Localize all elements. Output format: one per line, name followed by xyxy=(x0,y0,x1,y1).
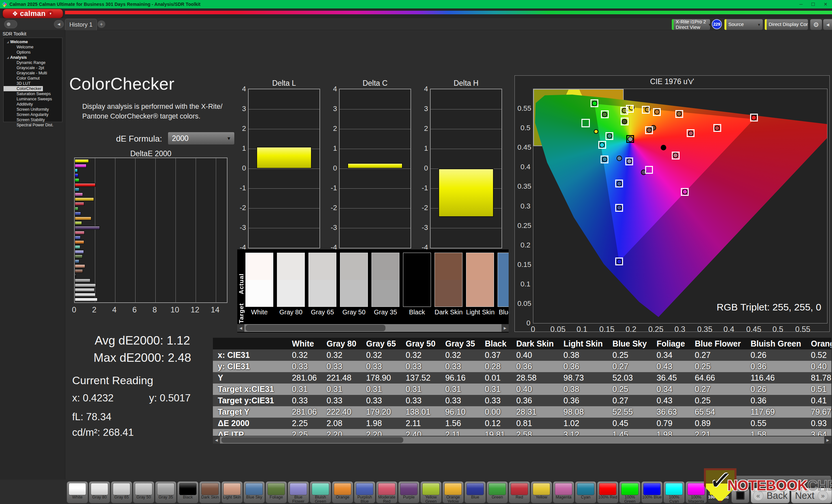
patch-button-100-green[interactable]: 100% Green xyxy=(619,481,641,503)
cell-gray-35-e-2000: 1.56 xyxy=(440,418,480,429)
patch-button-dark-skin[interactable]: Dark Skin xyxy=(199,481,221,503)
patch-button-foliage[interactable]: Foliage xyxy=(265,481,287,503)
stop-icon xyxy=(736,491,745,500)
table-scrollbar[interactable]: ◀ ▶ xyxy=(213,437,831,444)
patch-button-purplish-blue[interactable]: Purplish Blue xyxy=(354,481,375,503)
patch-button-gray-35[interactable]: Gray 35 xyxy=(155,481,177,503)
axis-tick-label: 0 xyxy=(324,164,337,172)
table-scrollbar-thumb[interactable] xyxy=(221,437,403,443)
patch-button-blue-flower[interactable]: Blue Flower xyxy=(288,481,309,503)
sidebar-item-options[interactable]: Options xyxy=(4,50,62,55)
patch-color xyxy=(511,483,528,495)
patch-button-blue-sky[interactable]: Blue Sky xyxy=(243,481,265,503)
sidebar-item-screen-angularity[interactable]: Screen Angularity xyxy=(4,112,62,117)
patch-button-gray-65[interactable]: Gray 65 xyxy=(111,481,132,503)
col-header-gray-80: Gray 80 xyxy=(322,338,361,349)
patch-button-yellow[interactable]: Yellow xyxy=(531,481,552,503)
sidebar-item-grayscale-2pt[interactable]: Grayscale - 2pt xyxy=(4,65,62,71)
tab-history-1[interactable]: History 1 xyxy=(65,19,97,30)
meter-count-badge[interactable]: 229 xyxy=(712,19,722,29)
deltae-bar-magenta xyxy=(75,193,83,196)
sidebar-group-analysis[interactable]: ◢Analysis xyxy=(4,55,62,60)
sidebar-item-color-gamut[interactable]: Color Gamut xyxy=(4,76,62,81)
scroll-left-icon[interactable]: ◀ xyxy=(237,324,244,332)
sidebar-item-colorchecker[interactable]: ColorChecker xyxy=(4,86,43,91)
sidebar-item-saturation-sweeps[interactable]: Saturation Sweeps xyxy=(4,91,62,96)
row-label: y: CIE31 xyxy=(213,361,287,372)
patch-button-moderate-red[interactable]: Moderate Red xyxy=(376,481,397,503)
cell-orange-target-y-cie31: 0.41 xyxy=(806,395,831,406)
gridline xyxy=(340,109,411,109)
scroll-left-icon[interactable]: ◀ xyxy=(213,437,220,444)
patch-button-red[interactable]: Red xyxy=(509,481,530,503)
hidden-controls-row[interactable] xyxy=(714,475,831,487)
back-button[interactable]: « Back xyxy=(751,488,790,503)
patch-button-purple[interactable]: Purple xyxy=(398,481,420,503)
de-formula-select[interactable]: 2000 ▼ xyxy=(168,132,235,145)
cie-measured-point xyxy=(688,131,694,136)
sidebar-collapse-button[interactable]: ◀ xyxy=(54,20,64,28)
scroll-right-icon[interactable]: ▶ xyxy=(824,437,831,444)
patch-button-orange-yellow[interactable]: Orange Yellow xyxy=(442,481,464,503)
meter-dropdown[interactable]: X-Rite i1Pro 2 Direct View ▼ xyxy=(672,19,710,30)
sidebar-item-dynamic-range[interactable]: Dynamic Range xyxy=(4,60,62,65)
swatch-actual xyxy=(466,253,494,280)
sidebar-group-welcome[interactable]: ◢Welcome xyxy=(4,39,62,45)
patch-selection-bar: WhiteGray 80Gray 65Gray 50Gray 35BlackDa… xyxy=(0,480,832,504)
swatch-scrollbar[interactable]: ◀ ▶ xyxy=(237,324,509,332)
sidebar-item-grayscale-multi[interactable]: Grayscale - Multi xyxy=(4,71,62,76)
sidebar-options-button[interactable] xyxy=(4,20,17,28)
patch-button-100-cyan[interactable]: 100% Cyan xyxy=(663,481,685,503)
minimize-icon[interactable]: ─ xyxy=(800,2,803,7)
cell-black-target-y-cie31: 0.33 xyxy=(480,395,512,406)
cell-black-target-x-cie31: 0.31 xyxy=(480,384,512,395)
cell-black-target-y: 0.00 xyxy=(480,406,512,418)
patch-button-gray-80[interactable]: Gray 80 xyxy=(89,481,110,503)
cell-white-x-cie31: 0.32 xyxy=(287,349,321,361)
swatch-scrollbar-thumb[interactable] xyxy=(246,325,386,331)
close-icon[interactable]: ✕ xyxy=(824,2,828,7)
next-button[interactable]: Next » xyxy=(791,488,832,503)
panel-collapse-button[interactable]: ◀ xyxy=(823,19,832,30)
cell-foliage-e-itp: 1.98 xyxy=(652,429,690,436)
sidebar-item-luminance-sweeps[interactable]: Luminance Sweeps xyxy=(4,96,62,102)
sidebar-item-3d-lut[interactable]: 3D LUT xyxy=(4,81,62,86)
cell-white-e-2000: 2.25 xyxy=(287,418,321,429)
sidebar-item-screen-stability[interactable]: Screen Stability xyxy=(4,117,62,122)
col-header-foliage: Foliage xyxy=(652,338,690,349)
patch-button-100-red[interactable]: 100% Red xyxy=(597,481,619,503)
tree-expander-icon[interactable]: ◢ xyxy=(7,56,9,59)
cie-measured-point xyxy=(661,145,666,150)
tree-expander-icon[interactable]: ◢ xyxy=(7,40,9,44)
patch-button-light-skin[interactable]: Light Skin xyxy=(221,481,243,503)
patch-button-cyan[interactable]: Cyan xyxy=(575,481,596,503)
cell-bluish-green-target-y-cie31: 0.36 xyxy=(746,395,806,406)
patch-button-green[interactable]: Green xyxy=(487,481,508,503)
sidebar-item-spectral-power-dist[interactable]: Spectral Power Dist. xyxy=(4,122,62,128)
add-tab-button[interactable]: + xyxy=(98,21,105,28)
maximize-icon[interactable]: ☐ xyxy=(811,2,815,7)
patch-button-yellow-green[interactable]: Yellow Green xyxy=(420,481,442,503)
sidebar-item-screen-uniformity[interactable]: Screen Uniformity xyxy=(4,107,62,112)
patch-button-orange[interactable]: Orange xyxy=(332,481,353,503)
patch-button-white[interactable]: White xyxy=(67,481,88,503)
patch-button-gray-50[interactable]: Gray 50 xyxy=(133,481,154,503)
stop-button[interactable] xyxy=(731,488,750,503)
patch-button-blue[interactable]: Blue xyxy=(464,481,486,503)
display-control-dropdown[interactable]: Direct Display Control ▼ xyxy=(764,19,808,30)
settings-button[interactable]: ⚙ xyxy=(810,19,822,30)
patch-button-magenta[interactable]: Magenta xyxy=(553,481,574,503)
patch-button-bluish-green[interactable]: Bluish Green xyxy=(310,481,331,503)
sidebar-item-additivity[interactable]: Additivity xyxy=(4,102,62,107)
gridline xyxy=(431,129,501,129)
calman-menu-button[interactable]: ❖ calman ▼ xyxy=(3,9,63,18)
patch-button-black[interactable]: Black xyxy=(177,481,199,503)
scroll-right-icon[interactable]: ▶ xyxy=(501,324,509,332)
sidebar-item-welcome[interactable]: Welcome xyxy=(4,45,62,50)
deltae-bar-blue-flower xyxy=(75,250,84,254)
patch-label: Orange xyxy=(333,495,353,500)
patch-button-100-blue[interactable]: 100% Blue xyxy=(641,481,663,503)
cell-light-skin-y-cie31: 0.36 xyxy=(559,361,608,372)
source-dropdown[interactable]: Source ▼ xyxy=(724,19,763,30)
patch-button-100-magenta[interactable]: 100% Magenta xyxy=(685,481,707,503)
